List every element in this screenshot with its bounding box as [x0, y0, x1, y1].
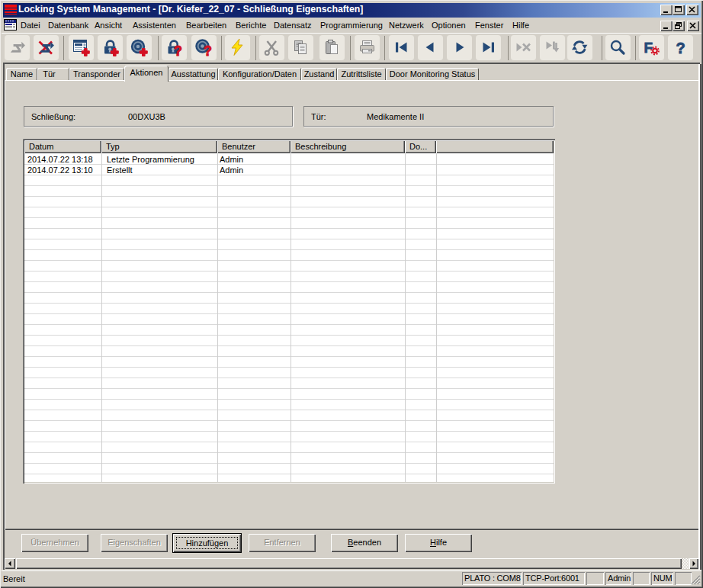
svg-text:?: ? — [174, 43, 182, 58]
svg-text:?: ? — [676, 40, 685, 56]
svg-text:?: ? — [204, 43, 212, 58]
